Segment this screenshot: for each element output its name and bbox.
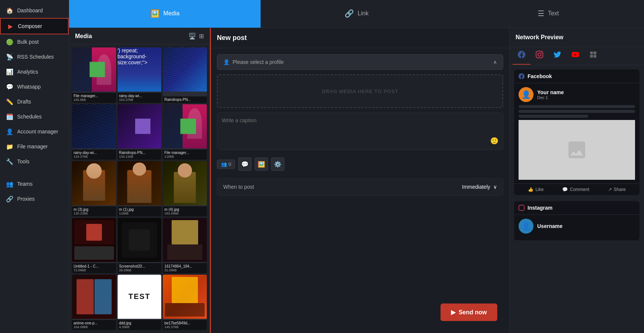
sidebar-item-composer[interactable]: ▶ Composer xyxy=(0,18,69,34)
media-filesize: 116kB xyxy=(164,155,205,158)
list-item[interactable]: Raindrops-PN... 134.11kB xyxy=(118,104,162,160)
list-item[interactable]: Screenshot20... 28.09kB xyxy=(118,218,162,273)
instagram-avatar: 👤 xyxy=(519,219,533,234)
composer-icon: ▶ xyxy=(7,22,14,30)
instagram-post: 👤 Username xyxy=(514,215,640,240)
facebook-share-btn[interactable]: ↗ Share xyxy=(608,187,626,192)
sidebar-label-composer: Composer xyxy=(18,23,42,29)
network-tab-facebook[interactable] xyxy=(513,47,531,65)
sidebar-item-bulk-post[interactable]: 🟢 Bulk post xyxy=(0,34,69,49)
tab-media[interactable]: 🖼️ Media xyxy=(69,0,261,28)
network-tab-other[interactable] xyxy=(584,47,602,65)
media-grid: File manager... 155.9kB ') repeat; backg… xyxy=(69,44,210,333)
facebook-card-header: Facebook xyxy=(514,70,640,83)
drag-media-area[interactable]: DRAG MEDIA HERE TO POST xyxy=(217,74,503,108)
text-line-1 xyxy=(519,105,635,108)
sidebar-item-tools[interactable]: 🔧 Tools xyxy=(0,154,69,169)
list-view-icon[interactable]: 🖥️ xyxy=(189,33,196,40)
schedules-icon: 🗓️ xyxy=(6,113,13,120)
sidebar-item-proxies[interactable]: 🔗 Proxies xyxy=(0,191,69,206)
list-item[interactable]: File manager... 116kB xyxy=(163,104,207,160)
comment-icon-btn[interactable]: 💬 xyxy=(238,157,252,171)
send-now-button[interactable]: ▶ Send now xyxy=(441,303,497,321)
mention-icon: 👥 xyxy=(221,161,227,167)
sidebar-label-schedules: Schedules xyxy=(17,114,41,120)
columns-container: Media 🖥️ ⊞ File xyxy=(69,28,644,333)
sidebar-label-file-manager: File manager xyxy=(17,144,48,149)
instagram-username: Username xyxy=(537,223,563,229)
facebook-actions: 👍 Like 💬 Comment ↗ Share xyxy=(514,184,640,195)
profile-select[interactable]: 👤 Please select a profile ∧ xyxy=(217,54,503,70)
list-item[interactable]: TEST ddd.jpg 4.30kB xyxy=(118,275,162,330)
media-panel: Media 🖥️ ⊞ File xyxy=(69,28,211,333)
list-item[interactable]: 16174864_184... 31.09kB xyxy=(163,218,207,273)
when-value: Immediately ∨ xyxy=(462,184,497,190)
teams-icon: 👥 xyxy=(6,180,13,188)
media-filesize: 130.23kB xyxy=(74,212,115,215)
sidebar-item-file-manager[interactable]: 📁 File manager xyxy=(0,139,69,154)
emoji-button[interactable]: 🙂 xyxy=(490,137,498,145)
facebook-comment-btn[interactable]: 💬 Comment xyxy=(562,187,589,192)
when-to-post-row[interactable]: When to post Immediately ∨ xyxy=(217,178,503,195)
tab-text[interactable]: ☰ Text xyxy=(452,0,644,28)
network-tab-youtube[interactable] xyxy=(566,47,584,65)
facebook-avatar: 👤 xyxy=(519,87,533,102)
link-tab-icon: 🔗 xyxy=(345,9,354,18)
immediately-label: Immediately xyxy=(462,184,490,190)
list-item[interactable]: m (3).jpg 130.23kB xyxy=(72,161,116,216)
sidebar-item-account-manager[interactable]: 👤 Account manager xyxy=(0,124,69,139)
list-item[interactable]: Untitled-1 - C... 72.09kB xyxy=(72,218,116,273)
list-item[interactable]: File manager... 155.9kB xyxy=(72,47,116,103)
sidebar-item-teams[interactable]: 👥 Teams xyxy=(0,176,69,191)
preview-content: Facebook 👤 Your name Dec 1 xyxy=(510,65,644,245)
list-item[interactable]: rainy-day-wi... 134.37kB xyxy=(72,104,116,160)
list-item[interactable]: m (4).jpg 192.69kB xyxy=(163,161,207,216)
sidebar-item-analytics[interactable]: 📊 Analytics xyxy=(0,64,69,79)
sidebar-label-analytics: Analytics xyxy=(17,69,38,75)
network-tab-instagram[interactable] xyxy=(531,47,548,65)
image-icon-btn[interactable]: 🖼️ xyxy=(255,157,268,171)
drafts-icon: ✏️ xyxy=(6,98,13,105)
sidebar-item-drafts[interactable]: ✏️ Drafts xyxy=(0,94,69,109)
link-tab-label: Link xyxy=(358,10,368,17)
post-footer: ▶ Send now xyxy=(217,297,503,327)
sidebar-label-drafts: Drafts xyxy=(17,99,31,105)
list-item[interactable]: be17be5849d... 145.37kB xyxy=(163,275,207,330)
account-manager-icon: 👤 xyxy=(6,128,13,135)
when-label: When to post xyxy=(223,184,254,190)
like-icon: 👍 xyxy=(528,187,533,192)
mention-number: 0 xyxy=(228,161,231,167)
sidebar-item-whatsapp[interactable]: 💬 Whatsapp xyxy=(0,79,69,94)
sidebar-item-schedules[interactable]: 🗓️ Schedules xyxy=(0,109,69,124)
settings-icon-btn[interactable]: ⚙️ xyxy=(271,157,284,171)
chevron-up-icon: ∧ xyxy=(493,59,497,65)
profile-icon: 👤 xyxy=(223,59,230,65)
instagram-user: 👤 Username xyxy=(519,219,635,234)
media-filename: File manager... xyxy=(74,94,115,98)
sidebar-label-tools: Tools xyxy=(17,158,29,164)
text-tab-icon: ☰ xyxy=(538,9,544,18)
caption-input[interactable] xyxy=(222,117,498,137)
facebook-user: 👤 Your name Dec 1 xyxy=(519,87,635,102)
media-filename: 16174864_184... xyxy=(164,264,205,268)
sidebar-item-rss-schedules[interactable]: 📡 RSS Schedules xyxy=(0,49,69,64)
network-tab-twitter[interactable] xyxy=(548,47,566,65)
content-type-tabs: 🖼️ Media 🔗 Link ☰ Text xyxy=(69,0,644,28)
list-item[interactable]: m (1).jpg 116kB xyxy=(118,161,162,216)
media-filename: be17be5849d... xyxy=(164,321,205,325)
grid-view-icon[interactable]: ⊞ xyxy=(199,33,204,40)
list-item[interactable]: Raindrops-PN... xyxy=(163,47,207,103)
list-item[interactable]: ') repeat; background-size:cover;"> rain… xyxy=(118,47,162,103)
facebook-image-preview xyxy=(519,120,635,180)
tab-link[interactable]: 🔗 Link xyxy=(261,0,452,28)
list-item[interactable]: anime-one-p... 164.08kB xyxy=(72,275,116,330)
facebook-like-btn[interactable]: 👍 Like xyxy=(528,187,544,192)
facebook-username: Your name xyxy=(537,89,564,95)
dashboard-icon: 🏠 xyxy=(6,7,13,14)
sidebar-item-dashboard[interactable]: 🏠 Dashboard xyxy=(0,3,69,18)
bulk-post-icon: 🟢 xyxy=(6,38,13,46)
mention-count[interactable]: 👥 0 xyxy=(217,160,235,169)
media-filename: anime-one-p... xyxy=(74,321,115,325)
svg-rect-1 xyxy=(594,52,597,55)
sidebar-label-dashboard: Dashboard xyxy=(17,7,43,13)
